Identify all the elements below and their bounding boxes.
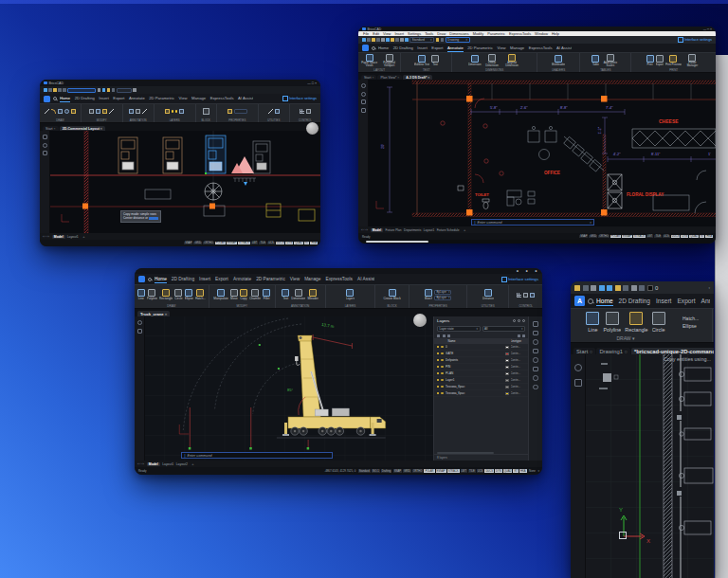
tool-1[interactable]: Add/Delete Scales bbox=[601, 54, 619, 68]
tool-0[interactable]: Multileader bbox=[552, 55, 565, 66]
status-toggle-4[interactable]: ESNAP bbox=[622, 235, 632, 239]
tool-0[interactable]: Text bbox=[282, 289, 289, 301]
columns-icon[interactable] bbox=[522, 334, 525, 337]
status-toggle-7[interactable]: TILE bbox=[259, 242, 266, 245]
ribbon-tab-3[interactable]: Export bbox=[215, 276, 228, 283]
doc-tab-1[interactable]: Drawing1 bbox=[596, 348, 630, 354]
tool-2[interactable]: Print Preview bbox=[665, 55, 682, 66]
ribbon-tab-9[interactable]: AI Assist bbox=[357, 276, 374, 283]
layer-on-icon[interactable] bbox=[437, 386, 440, 388]
ribbon-tab-1[interactable]: 2D Drafting bbox=[172, 276, 194, 283]
ribbon-tab-0[interactable]: Home bbox=[596, 297, 613, 306]
status-toggle-6[interactable]: LWT bbox=[646, 235, 653, 239]
tool-0[interactable]: Create Block bbox=[383, 289, 400, 301]
tool-2[interactable]: Aligned Dimension bbox=[503, 54, 521, 68]
layers-tool-icon[interactable] bbox=[165, 109, 170, 114]
hatch-tool[interactable]: Hatch... bbox=[682, 316, 699, 321]
tool-3[interactable]: Circle bbox=[652, 312, 665, 333]
ribbon-tab-6[interactable]: View bbox=[497, 45, 505, 52]
ribbon-tab-2[interactable]: Insert bbox=[99, 95, 108, 102]
ribbon-tab-8[interactable]: ExpressTools bbox=[529, 45, 553, 52]
status-toggle-2[interactable]: ORTHO bbox=[412, 469, 424, 473]
control-view-icon[interactable] bbox=[523, 293, 528, 298]
match-tool[interactable]: Match bbox=[425, 289, 433, 301]
layer-on-icon[interactable] bbox=[437, 359, 440, 362]
style-combo[interactable]: Standard▾ bbox=[410, 37, 434, 43]
status-toggle-5[interactable]: STRACK bbox=[238, 242, 250, 245]
distance-tool-icon[interactable] bbox=[268, 109, 273, 114]
leader-tool-icon[interactable] bbox=[142, 109, 147, 114]
search-icon[interactable] bbox=[53, 97, 57, 100]
new-icon[interactable] bbox=[362, 38, 366, 42]
status-toggle-3[interactable]: POLAR bbox=[424, 469, 434, 473]
layer-freeze-icon[interactable] bbox=[175, 110, 177, 112]
layer-freeze-icon[interactable] bbox=[441, 386, 444, 388]
pin-icon[interactable] bbox=[518, 319, 520, 322]
new-layer-icon[interactable] bbox=[437, 334, 440, 337]
delete-layer-icon[interactable] bbox=[443, 334, 446, 337]
structure-icon[interactable] bbox=[43, 151, 47, 155]
tool-0[interactable]: Line bbox=[137, 289, 145, 301]
layout-tab-0[interactable]: Model bbox=[147, 462, 160, 466]
settings-icon[interactable] bbox=[133, 88, 136, 92]
layout-tab-1[interactable]: Fixture Plan bbox=[386, 228, 402, 232]
pan-icon[interactable] bbox=[395, 38, 399, 42]
tool-0[interactable]: Manipulate bbox=[213, 289, 228, 301]
tool-1[interactable]: Linear Dimension bbox=[483, 54, 501, 68]
status-toggle-11[interactable]: QUAD bbox=[503, 469, 513, 473]
ribbon-tab-3[interactable]: Export bbox=[113, 95, 124, 102]
application-button[interactable] bbox=[44, 96, 50, 102]
properties-panel-icon[interactable] bbox=[533, 321, 538, 327]
structure-icon[interactable] bbox=[361, 108, 366, 113]
layer-state-icon[interactable] bbox=[179, 109, 184, 114]
tips-panel-icon[interactable] bbox=[533, 375, 538, 381]
status-toggle-7[interactable]: TILE bbox=[654, 235, 662, 239]
ribbon-tab-6[interactable]: View bbox=[290, 276, 300, 283]
command-line[interactable]: |Enter command bbox=[181, 452, 333, 459]
match-tool-icon[interactable] bbox=[228, 109, 232, 114]
layer-on-icon[interactable] bbox=[437, 392, 440, 395]
manipulate-tool-icon[interactable] bbox=[89, 109, 94, 114]
status-toggle-4[interactable]: ESNAP bbox=[436, 469, 446, 473]
osnap-icon[interactable] bbox=[441, 38, 445, 42]
add-layout-button[interactable]: + bbox=[81, 234, 86, 239]
tool-0[interactable]: Dimension bbox=[468, 55, 482, 66]
status-toggle-11[interactable]: QUAD bbox=[689, 235, 699, 239]
tips-icon[interactable] bbox=[137, 320, 142, 325]
fillet-tool-icon[interactable] bbox=[109, 109, 114, 114]
status-toggle-12[interactable]: RT bbox=[304, 242, 310, 245]
ribbon-tab-7[interactable]: Manage bbox=[510, 45, 524, 52]
status-toggle-0[interactable]: SNAP bbox=[579, 235, 588, 239]
add-layout-button[interactable]: + bbox=[462, 227, 467, 232]
layer-freeze-icon[interactable] bbox=[441, 379, 444, 382]
layer-freeze-icon[interactable] bbox=[441, 346, 444, 349]
layer-filter-dropdown[interactable]: All▾ bbox=[482, 326, 526, 332]
ribbon-tab-5[interactable]: 2D Parametric bbox=[149, 95, 174, 102]
tool-1[interactable]: Export bbox=[656, 55, 664, 66]
zoom-icon[interactable] bbox=[391, 38, 394, 42]
control-grid-icon[interactable] bbox=[517, 293, 521, 298]
block-icon[interactable] bbox=[639, 285, 645, 291]
blocks-panel-icon[interactable] bbox=[533, 367, 538, 372]
arc-tool-icon[interactable] bbox=[51, 109, 56, 114]
ribbon-tab-2[interactable]: Insert bbox=[199, 276, 210, 283]
tool-3[interactable]: Plotter Manager bbox=[683, 54, 701, 68]
open-icon[interactable] bbox=[367, 38, 371, 42]
ribbon-tab-1[interactable]: 2D Drafting bbox=[75, 95, 95, 102]
layout-tab-4[interactable]: Fixture Schedule bbox=[437, 228, 460, 232]
tooltip-value-field[interactable] bbox=[149, 217, 158, 221]
interface-settings-link[interactable]: Interface settings bbox=[501, 277, 538, 282]
linetype-combo[interactable]: ByLayer▾ bbox=[434, 296, 451, 300]
qat-menu-icon[interactable]: ▾ bbox=[708, 286, 710, 290]
add-layout-button[interactable]: + bbox=[190, 461, 195, 466]
status-style-2[interactable]: Drafting bbox=[381, 469, 391, 473]
status-toggle-12[interactable]: RT bbox=[513, 469, 519, 473]
status-style-1[interactable]: ISO-1 bbox=[372, 469, 380, 473]
open-icon[interactable] bbox=[48, 88, 52, 92]
status-toggle-3[interactable]: POLAR bbox=[610, 235, 621, 239]
tool-0[interactable]: Paper Space Views bbox=[360, 54, 378, 68]
panels-icon[interactable] bbox=[43, 135, 47, 139]
annotation-monitor-icon[interactable] bbox=[361, 99, 366, 104]
layer-freeze-icon[interactable] bbox=[441, 352, 444, 355]
undo-icon[interactable] bbox=[599, 285, 605, 291]
